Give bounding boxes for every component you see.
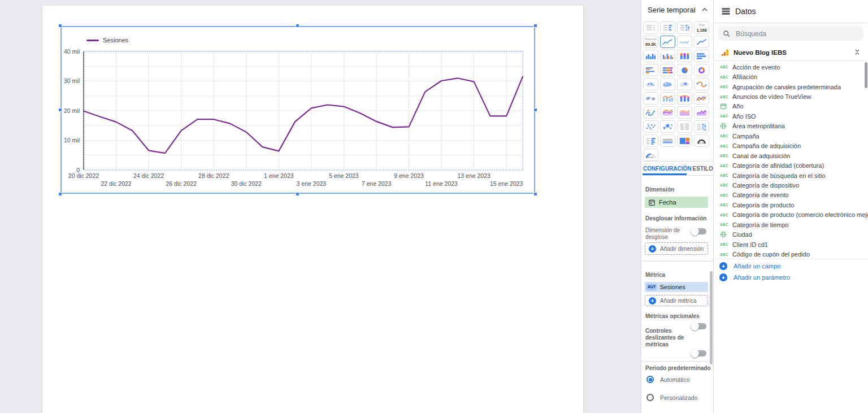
chart-type-tile-timeseries[interactable] [660, 36, 675, 48]
looker-studio-app: 010 mil20 mil30 mil40 mil20 dic 202224 d… [0, 0, 868, 413]
chart-type-tile-table-compact[interactable] [660, 134, 675, 147]
resize-handle-s[interactable] [296, 192, 300, 196]
metric-sliders-toggle[interactable] [692, 350, 706, 357]
chart-type-tile-route-map[interactable] [694, 78, 709, 90]
add-parameter-button[interactable]: + Añadir un parámetro [714, 272, 868, 283]
bar-grouped-icon [645, 66, 657, 75]
period-custom-option[interactable]: Personalizado [646, 394, 698, 401]
add-field-button[interactable]: + Añadir un campo [714, 260, 868, 272]
svg-text:40 mil: 40 mil [64, 48, 80, 55]
chart-type-tile-gauge[interactable]: 49,3% [694, 134, 709, 147]
field-item[interactable]: ABCCampaña [714, 131, 868, 141]
add-dimension-button[interactable]: + Añadir dimensión [645, 242, 708, 255]
radio-unchecked-icon[interactable] [646, 394, 654, 401]
drill-dimension-toggle[interactable] [692, 228, 706, 234]
field-item[interactable]: ABCCategoría de afinidad (cobertura) [714, 160, 868, 170]
add-metric-button[interactable]: + Añadir métrica [645, 295, 708, 306]
search-input[interactable] [735, 29, 859, 38]
svg-text:28 dic 2022: 28 dic 2022 [198, 172, 229, 179]
field-item[interactable]: ABCCategoría de producto (comercio elect… [714, 210, 868, 220]
resize-handle-se[interactable] [533, 192, 537, 196]
field-item[interactable]: ABCAcción de evento [714, 62, 868, 72]
radio-checked-icon[interactable] [646, 376, 654, 383]
field-item[interactable]: ABCCategoría de tiempo [714, 220, 868, 229]
search-icon [723, 30, 731, 38]
field-item[interactable]: ABCAfiliación [714, 72, 868, 81]
chart-type-tile-scorecard[interactable]: Total1,168 [694, 21, 709, 34]
resize-handle-e[interactable] [533, 108, 537, 112]
resize-handle-sw[interactable] [58, 192, 62, 196]
abc-icon: ABC [720, 173, 732, 177]
field-item[interactable]: Año [714, 102, 868, 111]
chart-type-tile-treemap[interactable] [677, 134, 692, 147]
chart-type-tile-combo[interactable] [660, 92, 675, 105]
field-item[interactable]: Área metropolitana [714, 121, 868, 131]
field-item[interactable]: ABCCategoría de evento [714, 190, 868, 200]
chart-type-tile-table-heatmap[interactable] [677, 21, 692, 34]
chart-type-tile-line-zigzag[interactable] [694, 92, 709, 105]
chart-type-tile-smooth-line[interactable] [694, 36, 709, 48]
chart-type-tile-pivot-heatmap[interactable] [694, 120, 709, 133]
resize-handle-w[interactable] [58, 108, 62, 112]
period-auto-option[interactable]: Automático [646, 376, 690, 383]
chart-type-tile-area-stacked[interactable] [677, 106, 692, 119]
chart-type-tile-geo-map[interactable] [660, 78, 675, 90]
resize-handle-ne[interactable] [533, 24, 537, 28]
chart-type-tile-geo-area[interactable] [677, 78, 692, 90]
chart-type-tile-pie[interactable] [677, 64, 692, 76]
field-item[interactable]: ABCCategoría de búsqueda en el sitio [714, 171, 868, 180]
section-divider [641, 361, 713, 362]
chart-type-tile-column[interactable] [643, 50, 658, 62]
chart-type-tile-area-mono[interactable] [694, 106, 709, 119]
field-item[interactable]: ABCAnuncios de vídeo TrueView [714, 92, 868, 101]
chevron-up-icon[interactable] [700, 5, 709, 14]
field-item[interactable]: ABCAño ISO [714, 111, 868, 121]
chart-type-tile-geo-world[interactable] [643, 92, 658, 105]
chart-type-tile-donut[interactable] [694, 64, 709, 76]
collapse-fields-icon[interactable] [853, 47, 861, 56]
timeseries-chart-widget[interactable]: 010 mil20 mil30 mil40 mil20 dic 202224 d… [60, 26, 535, 194]
field-item[interactable]: ABCCategoría de dispositivo [714, 180, 868, 190]
data-source-row[interactable]: Nuevo Blog IEBS [714, 45, 868, 60]
field-item[interactable]: ABCAgrupación de canales predeterminada [714, 82, 868, 92]
chart-type-tile-line-curves[interactable] [643, 106, 658, 119]
chart-type-tile-pivot[interactable] [677, 120, 692, 133]
field-item[interactable]: ABCCampaña de adquisición [714, 141, 868, 151]
chart-type-tile-pivot-bar[interactable] [643, 134, 658, 147]
data-source-name: Nuevo Blog IEBS [734, 49, 787, 56]
field-label: Categoría de evento [732, 192, 789, 198]
field-item[interactable]: ABCCanal de adquisición [714, 151, 868, 160]
tab-configuracion[interactable]: CONFIGURACIÓN [643, 166, 692, 172]
chart-type-tile-scatter[interactable] [643, 120, 658, 133]
field-item[interactable]: ABCClient ID cd1 [714, 240, 868, 249]
chart-type-tile-bar[interactable] [694, 50, 709, 62]
chart-type-tile-column-grouped[interactable] [660, 50, 675, 62]
metric-chip-sesiones[interactable]: AUT Sesiones [645, 282, 708, 292]
resize-handle-nw[interactable] [58, 24, 62, 28]
chart-type-tile-area[interactable] [660, 106, 675, 119]
chart-type-tile-column-stacked[interactable] [677, 50, 692, 62]
chart-type-tile-gauge-large[interactable]: 49,3% [643, 149, 658, 161]
chart-type-tile-scorecard-compact[interactable]: Sesiones69.3K [643, 36, 658, 48]
field-list-scrollbar-thumb[interactable] [865, 62, 867, 88]
resize-handle-n[interactable] [296, 24, 300, 28]
table-icon [645, 24, 657, 32]
field-search[interactable] [718, 27, 863, 41]
chart-type-tile-table[interactable] [643, 21, 658, 34]
period-auto-label: Automático [660, 376, 690, 383]
chart-type-tile-geo-bubble[interactable] [643, 78, 658, 90]
field-item[interactable]: Ciudad [714, 229, 868, 239]
field-item[interactable]: ABCCategoría de producto [714, 200, 868, 210]
tab-estilo[interactable]: ESTILO [693, 166, 713, 172]
config-scrollbar-thumb[interactable] [710, 271, 713, 364]
field-item[interactable]: ABCCódigo de cupón del pedido [714, 249, 868, 259]
timeseries-chart[interactable]: 010 mil20 mil30 mil40 mil20 dic 202224 d… [60, 26, 535, 194]
chart-type-tile-bubble[interactable] [660, 120, 675, 133]
chart-type-tile-bar-grouped[interactable] [643, 64, 658, 76]
svg-text:22 dic 2022: 22 dic 2022 [101, 180, 131, 187]
chart-type-tile-bar-stacked[interactable] [660, 64, 675, 76]
chart-type-tile-sparkline[interactable] [677, 36, 692, 48]
chart-type-tile-combo-stacked[interactable] [677, 92, 692, 105]
dimension-chip-fecha[interactable]: Fecha [645, 197, 708, 208]
chart-type-tile-table-bar[interactable] [660, 21, 675, 34]
